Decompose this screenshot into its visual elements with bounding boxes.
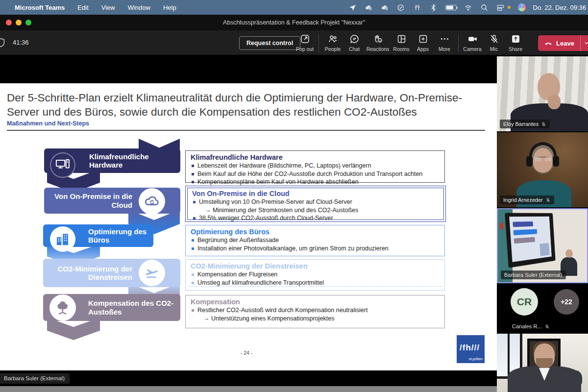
teams-window: Microsoft Teams Edit View Window Help — [0, 0, 588, 392]
participant-tile-eloy[interactable]: Eloy Barrantes — [497, 56, 588, 131]
share-icon — [511, 33, 521, 44]
presenter-name-tag: Barbara Suler (External) — [0, 373, 70, 384]
location-icon[interactable] — [348, 3, 357, 12]
participant-name-tag: Eloy Barrantes — [500, 120, 550, 128]
cloud-offline-icon[interactable] — [381, 3, 390, 12]
rooms-button[interactable]: Rooms — [391, 33, 412, 52]
request-control-button[interactable]: Request control — [239, 36, 300, 50]
textbox-office: Optimierung des Büros Begrünung der Auße… — [185, 225, 445, 256]
reactions-button[interactable]: Reactions — [365, 33, 391, 52]
participant-tile-canales[interactable]: CR +22 Canales R... — [497, 284, 588, 333]
check-circle-icon[interactable] — [397, 3, 406, 12]
airplane-icon — [139, 260, 165, 286]
tree-icon — [49, 294, 76, 321]
textbox-compensation: Kompensation Restlicher CO2-Ausstoß wird… — [185, 295, 445, 328]
menu-view[interactable]: View — [101, 4, 115, 11]
participant-name-tag: Ingrid Arnezeder — [500, 196, 554, 204]
mic-off-icon — [545, 197, 551, 203]
chat-button[interactable]: Chat — [343, 33, 365, 52]
page-number: - 24 - — [224, 350, 269, 356]
menu-clock[interactable]: Do. 22. Dez. 09:36 — [533, 4, 586, 11]
slide-divider — [7, 130, 485, 131]
textbox-hardware: Klimafreundliche Hardware Lebenszeit der… — [185, 150, 445, 183]
participant-tile-bottom[interactable] — [497, 334, 588, 392]
menu-edit[interactable]: Edit — [77, 4, 88, 11]
textbox-travel: CO2-Minimierung der Dienstreisen Kompens… — [185, 259, 445, 291]
menu-app-name[interactable]: Microsoft Teams — [15, 4, 65, 11]
people-icon — [328, 33, 338, 44]
more-icon — [440, 33, 450, 44]
presentation-slide: Der 5-Schritte-Plan erzielt Klimaneutral… — [0, 83, 497, 370]
reactions-icon — [373, 33, 383, 44]
screen-share-stage: Der 5-Schritte-Plan erzielt Klimaneutral… — [0, 55, 497, 392]
hangup-icon — [544, 39, 553, 48]
mic-off-icon — [544, 324, 550, 329]
menu-help[interactable]: Help — [163, 4, 176, 11]
toolbar-divider — [318, 34, 319, 52]
participant-tile-barbara[interactable]: Barbara Suler (External) — [497, 208, 588, 283]
computer-icon — [50, 152, 75, 178]
participant-name-tag: Barbara Suler (External) — [501, 270, 566, 279]
camera-button[interactable]: Camera — [462, 33, 483, 52]
cloud-icon — [139, 188, 165, 215]
notification-dot — [508, 6, 511, 9]
dashed-line — [189, 286, 441, 287]
leave-options-button[interactable] — [580, 35, 588, 51]
cloud-offline-icon[interactable] — [365, 3, 373, 12]
avatar: CR — [511, 288, 538, 316]
shield-icon — [0, 37, 6, 50]
bottom-strip — [0, 386, 497, 392]
wifi-icon[interactable] — [464, 3, 473, 12]
overflow-participants-badge[interactable]: +22 — [554, 289, 579, 315]
displays-icon[interactable] — [496, 3, 505, 12]
textbox-cloud: Von On-Premise in die Cloud Umstellung v… — [185, 186, 446, 222]
textbox-title: Optimierung des Büros — [191, 228, 440, 236]
share-button[interactable]: Share — [505, 33, 526, 52]
textbox-title: CO2-Minimierung der Dienstreisen — [191, 262, 440, 270]
leave-button-group: Leave — [538, 35, 588, 51]
popout-button[interactable]: Pop out — [294, 33, 316, 52]
slide-subtitle: Maßnahmen und Next-Steps — [7, 120, 89, 127]
meeting-timer: 41:36 — [13, 39, 29, 46]
chevron-down-icon — [584, 40, 588, 46]
meeting-toolbar: 41:36 Request control Pop out People Cha… — [0, 30, 588, 55]
mic-button[interactable]: Mic — [483, 33, 505, 52]
toolbar-divider — [458, 34, 459, 52]
textbox-title: Von On-Premise in die Cloud — [192, 190, 441, 197]
people-button[interactable]: People — [322, 33, 343, 52]
participant-video — [497, 334, 588, 392]
slide-title: Der 5-Schritte-Plan erzielt Klimaneutral… — [7, 91, 487, 120]
camera-icon — [467, 33, 478, 44]
leave-button[interactable]: Leave — [538, 35, 580, 51]
mic-off-icon — [541, 122, 546, 127]
popout-icon — [300, 33, 310, 44]
toolbar-tools: Pop out People Chat Reactions — [294, 33, 526, 52]
participant-tile-ingrid[interactable]: Ingrid Arnezeder — [497, 132, 588, 207]
buildings-icon — [50, 226, 75, 252]
bluetooth-icon[interactable] — [429, 3, 438, 12]
participant-name-tag: Canales R... — [509, 322, 553, 331]
textbox-title: Kompensation — [191, 298, 440, 306]
earbuds-icon[interactable] — [413, 3, 422, 12]
macos-menu-bar: Microsoft Teams Edit View Window Help — [0, 0, 588, 15]
window-title-bar: Abschlusspräsentation & Feedback Projekt… — [0, 15, 588, 30]
menu-window[interactable]: Window — [128, 4, 150, 11]
chat-icon — [349, 33, 360, 44]
textbox-title: Klimafreundliche Hardware — [191, 153, 440, 161]
participants-sidebar: Eloy Barrantes Ingrid Arnezeder Barbara … — [497, 55, 588, 392]
apps-icon — [418, 33, 428, 44]
mic-off-icon — [489, 33, 499, 44]
spotlight-icon[interactable] — [480, 3, 489, 12]
more-button[interactable]: More — [434, 33, 455, 52]
siri-icon[interactable] — [518, 3, 526, 11]
fh-stpoelten-logo: /fh/// st.pölten — [457, 335, 485, 363]
window-title: Abschlusspräsentation & Feedback Projekt… — [0, 19, 588, 26]
rooms-icon — [396, 33, 407, 44]
battery-icon[interactable] — [445, 5, 457, 10]
apps-button[interactable]: Apps — [412, 33, 434, 52]
